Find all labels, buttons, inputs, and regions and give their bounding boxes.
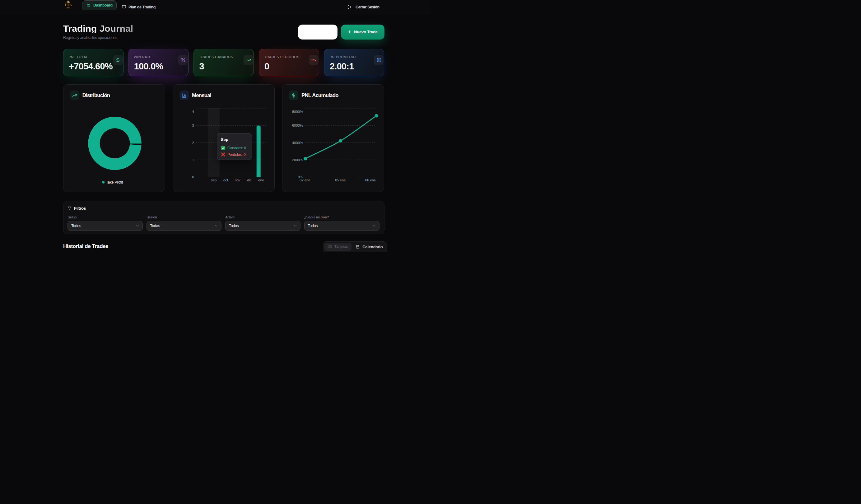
svg-text:ene: ene [258, 178, 264, 182]
svg-text:6000%: 6000% [292, 123, 303, 127]
svg-text:4000%: 4000% [292, 141, 303, 144]
svg-text:3: 3 [192, 123, 194, 127]
svg-text:0: 0 [192, 175, 194, 179]
svg-text:EFA: EFA [65, 3, 71, 7]
svg-text:INVESTMENTS: INVESTMENTS [65, 8, 71, 9]
svg-text:06 ene: 06 ene [365, 178, 376, 182]
svg-text:4: 4 [192, 109, 194, 113]
svg-text:nov: nov [235, 178, 241, 182]
svg-text:2: 2 [192, 141, 194, 144]
svg-text:sep: sep [211, 178, 217, 182]
svg-text:05 ene: 05 ene [335, 178, 346, 182]
svg-text:8000%: 8000% [292, 109, 303, 113]
svg-text:02 ene: 02 ene [300, 178, 311, 182]
svg-text:oct: oct [223, 178, 228, 182]
svg-text:2000%: 2000% [292, 158, 303, 162]
svg-text:Take Profit: Take Profit [106, 180, 123, 184]
svg-text:1: 1 [192, 158, 194, 162]
svg-text:dic: dic [247, 178, 252, 182]
